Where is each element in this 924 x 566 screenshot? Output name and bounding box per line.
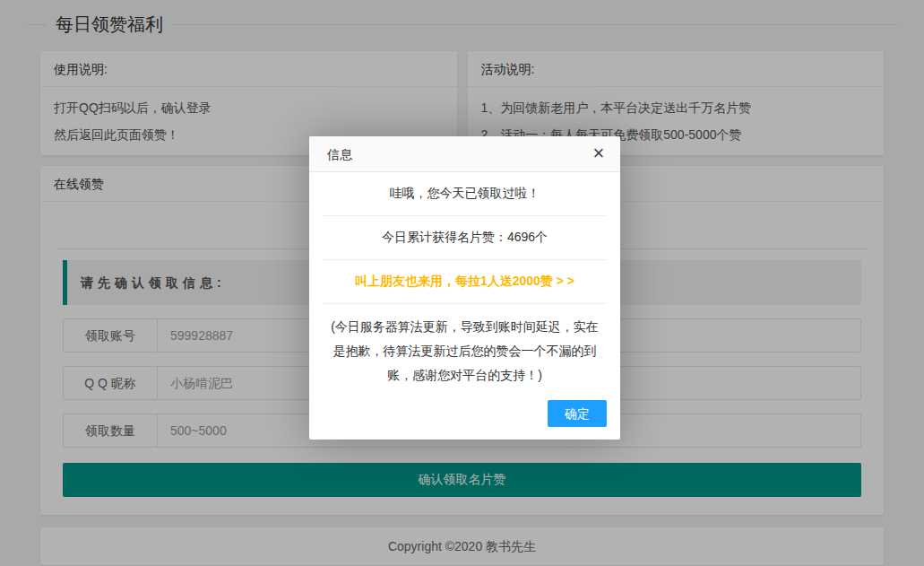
close-icon[interactable]: × (588, 136, 609, 172)
invite-friends-link[interactable]: 叫上朋友也来用，每拉1人送2000赞 > > (323, 260, 607, 304)
already-claimed-message: 哇哦，您今天已领取过啦！ (323, 172, 607, 216)
modal-button-area: 确定 (309, 393, 620, 440)
server-notice-text: (今日服务器算法更新，导致到账时间延迟，实在是抱歉，待算法更新过后您的赞会一个不… (323, 304, 607, 393)
modal-body: 哇哦，您今天已领取过啦！ 今日累计获得名片赞：4696个 叫上朋友也来用，每拉1… (309, 172, 620, 393)
today-total-message: 今日累计获得名片赞：4696个 (323, 216, 607, 260)
modal-title: 信息 (327, 147, 352, 161)
page: 每日领赞福利 使用说明: 打开QQ扫码以后，确认登录 然后返回此页面领赞！ 活动… (0, 0, 924, 566)
info-modal: 信息 × 哇哦，您今天已领取过啦！ 今日累计获得名片赞：4696个 叫上朋友也来… (309, 136, 620, 440)
modal-header: 信息 × (309, 136, 620, 172)
confirm-button[interactable]: 确定 (548, 400, 607, 427)
